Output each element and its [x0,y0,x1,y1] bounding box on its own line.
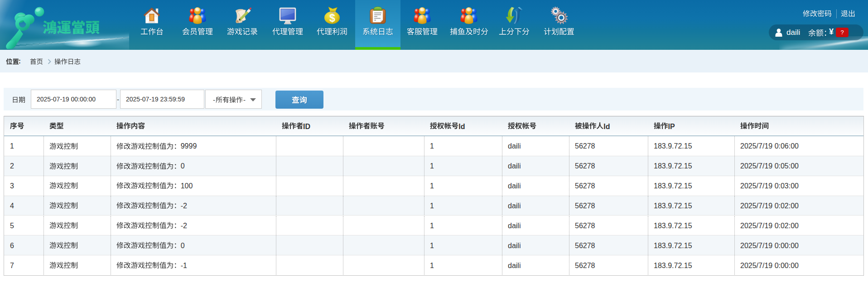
svg-text:$: $ [329,12,335,24]
